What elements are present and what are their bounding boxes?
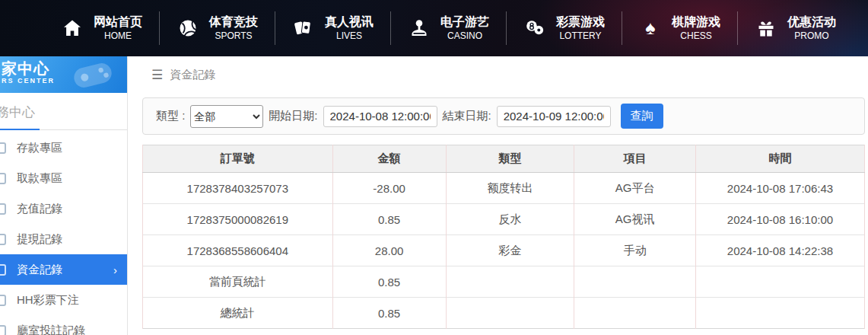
- hamburger-menu-icon[interactable]: ☰: [151, 67, 163, 83]
- nav-label-zh: 体育竞技: [209, 14, 258, 30]
- table-row-grand-total: 總統計 0.85: [143, 298, 865, 329]
- sidebar-item-label: 廳室投註記錄: [17, 324, 85, 335]
- nav-label-zh: 真人视讯: [325, 14, 374, 30]
- cell-item: AG平台: [574, 173, 695, 204]
- sidebar-item-label: 取款專區: [17, 171, 62, 186]
- nav-label-zh: 优惠活动: [787, 14, 836, 30]
- end-date-label: 結束日期:: [443, 109, 491, 123]
- spade-icon: ♠: [639, 17, 662, 40]
- cell-order-no: 1728375000082619: [143, 204, 333, 235]
- sidebar-item-label: HH彩票下注: [17, 293, 79, 308]
- cell-order-no: 1728378403257073: [143, 173, 333, 204]
- search-button[interactable]: 查詢: [621, 104, 663, 129]
- sidebar-item-room-bet-records[interactable]: 廳室投註記錄: [0, 315, 127, 335]
- cell-time: 2024-10-08 16:10:00: [695, 204, 864, 235]
- cell-amount: 0.85: [332, 266, 446, 298]
- nav-label-zh: 网站首页: [94, 14, 142, 30]
- end-date-input[interactable]: [497, 106, 611, 127]
- type-label: 類型 :: [156, 109, 185, 123]
- sidebar-menu: 存款專區 取款專區 充值記錄 提現記錄 資金記錄 › HH彩票下注: [0, 132, 127, 335]
- nav-item-lives[interactable]: 真人视讯 LIVES: [275, 14, 390, 42]
- nav-item-promo[interactable]: 优惠活动 PROMO: [738, 14, 853, 42]
- cell-label: 總統計: [143, 298, 333, 329]
- room-bet-icon: [0, 325, 6, 335]
- table-row: 1728378403257073 -28.00 额度转出 AG平台 2024-1…: [143, 173, 865, 204]
- nav-label-en: CASINO: [440, 30, 489, 43]
- cell-empty: [446, 298, 574, 329]
- sidebar-item-hh-lottery-bets[interactable]: HH彩票下注: [0, 285, 127, 315]
- sidebar-item-label: 資金記錄: [17, 263, 62, 277]
- nav-item-sports[interactable]: 体育竞技 SPORTS: [160, 14, 275, 42]
- column-header-time: 時間: [695, 145, 864, 173]
- main-area: 家中心 RS CENTER 務中心 存款專區 取款專區 充值記錄: [0, 56, 868, 335]
- nav-label-en: LIVES: [325, 30, 374, 43]
- cell-type: 额度转出: [446, 173, 574, 204]
- nav-label-zh: 彩票游戏: [556, 14, 605, 30]
- cell-item: 手动: [574, 235, 695, 266]
- cell-empty: [574, 298, 695, 329]
- gamepad-icon: [66, 59, 119, 91]
- cell-order-no: 1728368558606404: [143, 235, 333, 266]
- cell-type: 反水: [446, 204, 574, 235]
- table-row: 1728375000082619 0.85 反水 AG视讯 2024-10-08…: [143, 204, 865, 235]
- sidebar-item-deposit-zone[interactable]: 存款專區: [0, 132, 127, 163]
- withdraw-icon: [0, 173, 6, 184]
- cell-amount: 0.85: [332, 204, 446, 235]
- withdrawal-record-icon: [0, 234, 6, 245]
- nav-label-en: HOME: [94, 30, 142, 43]
- sidebar-item-label: 存款專區: [17, 141, 62, 155]
- sidebar: 家中心 RS CENTER 務中心 存款專區 取款專區 充值記錄: [0, 56, 128, 335]
- cell-empty: [695, 298, 864, 329]
- sidebar-section-tab-label: 務中心: [0, 105, 35, 120]
- sports-ball-icon: [176, 17, 199, 40]
- sidebar-item-label: 提現記錄: [17, 232, 62, 247]
- nav-label-en: CHESS: [672, 30, 720, 43]
- table-header-row: 訂單號 金額 類型 項目 時間: [143, 145, 865, 173]
- column-header-amount: 金額: [332, 145, 446, 173]
- home-icon: [61, 17, 84, 40]
- cell-item: AG视讯: [574, 204, 695, 235]
- sidebar-header: 家中心 RS CENTER: [0, 56, 127, 93]
- fund-record-icon: [0, 264, 6, 276]
- cell-amount: 28.00: [332, 235, 446, 266]
- nav-item-home[interactable]: 网站首页 HOME: [44, 14, 159, 42]
- lottery-bet-icon: [0, 295, 6, 306]
- cell-amount: 0.85: [332, 298, 446, 329]
- start-date-label: 開始日期:: [269, 109, 317, 123]
- content-area: ☰ 資金記錄 類型 : 全部 開始日期: 結束日期: 查詢 訂單號 金額 類型: [128, 56, 868, 335]
- table-row-page-total: 當前頁統計 0.85: [143, 266, 865, 298]
- nav-item-chess[interactable]: ♠ 棋牌游戏 CHESS: [622, 14, 737, 42]
- nav-label-zh: 棋牌游戏: [672, 14, 720, 30]
- nav-label-zh: 电子游艺: [440, 14, 489, 30]
- start-date-input[interactable]: [323, 106, 437, 127]
- cell-empty: [574, 266, 695, 298]
- cell-type: 彩金: [446, 235, 574, 266]
- table-row: 1728368558606404 28.00 彩金 手动 2024-10-08 …: [143, 235, 865, 266]
- sidebar-item-fund-records[interactable]: 資金記錄 ›: [0, 254, 127, 285]
- nav-label-en: LOTTERY: [556, 30, 605, 43]
- fund-records-table: 訂單號 金額 類型 項目 時間 1728378403257073 -28.00 …: [142, 145, 865, 329]
- sidebar-item-withdraw-zone[interactable]: 取款專區: [0, 163, 127, 193]
- deposit-icon: [0, 142, 6, 154]
- nav-item-casino[interactable]: 电子游艺 CASINO: [391, 14, 506, 42]
- column-header-order-no: 訂單號: [143, 145, 333, 173]
- cell-label: 當前頁統計: [143, 266, 333, 298]
- playing-cards-icon: [292, 17, 315, 40]
- lottery-balls-icon: [523, 17, 546, 40]
- cell-time: 2024-10-08 17:06:43: [695, 173, 864, 204]
- sidebar-item-withdrawal-records[interactable]: 提現記錄: [0, 224, 127, 254]
- recharge-record-icon: [0, 203, 6, 215]
- cell-empty: [695, 266, 864, 298]
- sidebar-section-tab[interactable]: 務中心: [0, 104, 127, 130]
- column-header-item: 項目: [574, 145, 695, 173]
- nav-label-en: PROMO: [787, 30, 836, 43]
- sidebar-item-label: 充值記錄: [17, 202, 62, 216]
- nav-item-lottery[interactable]: 彩票游戏 LOTTERY: [507, 14, 622, 42]
- cell-time: 2024-10-08 14:22:38: [695, 235, 864, 266]
- type-select[interactable]: 全部: [190, 105, 263, 128]
- gift-icon: [755, 17, 777, 40]
- cell-amount: -28.00: [332, 173, 446, 204]
- sidebar-item-recharge-records[interactable]: 充值記錄: [0, 193, 127, 224]
- top-navigation: 网站首页 HOME 体育竞技 SPORTS 真人视讯 LIVES 电子游艺 CA…: [0, 0, 868, 56]
- breadcrumb: ☰ 資金記錄: [128, 56, 868, 93]
